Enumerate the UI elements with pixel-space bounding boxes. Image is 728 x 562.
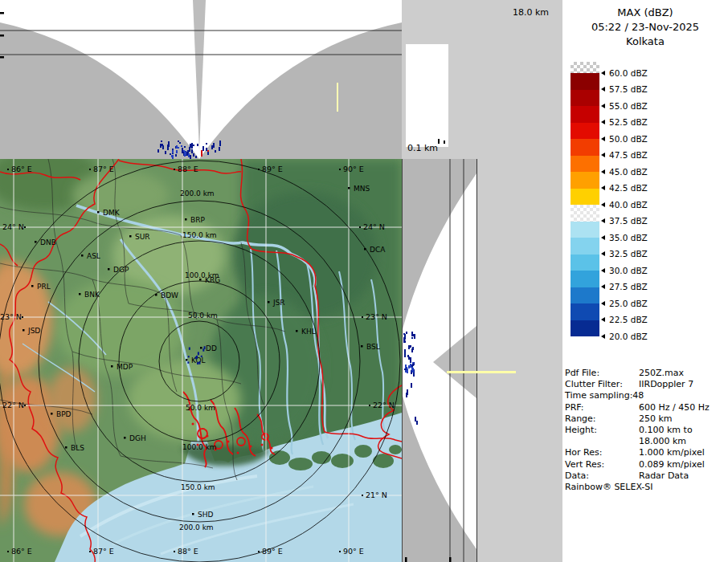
city-marker bbox=[35, 241, 37, 243]
legend-label: 42.5 dBZ bbox=[609, 183, 648, 193]
info-row: Range:250 km bbox=[565, 413, 726, 425]
legend-tick-icon bbox=[601, 218, 605, 223]
max-height-marker bbox=[337, 83, 338, 112]
lon-label: 87° E bbox=[93, 165, 114, 173]
city-label: MNS bbox=[354, 185, 370, 193]
radar-echo bbox=[219, 140, 221, 146]
station-name: Kolkata bbox=[562, 35, 728, 49]
radar-echo bbox=[411, 337, 413, 340]
info-label: Hor Res: bbox=[565, 447, 602, 458]
info-value: 0.100 km to bbox=[639, 425, 693, 435]
grid-tick bbox=[362, 495, 363, 496]
city-label: BRP bbox=[190, 216, 205, 224]
grid-tick bbox=[7, 551, 9, 552]
grid-tick bbox=[89, 169, 91, 170]
lon-label: 87° E bbox=[93, 547, 114, 556]
info-value: Radar Data bbox=[639, 470, 689, 481]
info-value: 600 Hz / 450 Hz bbox=[639, 402, 710, 413]
city-marker bbox=[81, 255, 84, 257]
city-marker bbox=[296, 330, 298, 332]
radar-echo bbox=[196, 356, 198, 358]
radar-echo bbox=[189, 147, 190, 152]
radar-echo bbox=[403, 333, 405, 335]
city-label: BLS bbox=[71, 444, 84, 452]
lon-label: 88° E bbox=[178, 165, 198, 173]
info-value: 250Z.max bbox=[639, 368, 684, 378]
radar-echo bbox=[175, 154, 177, 157]
radar-echo bbox=[404, 352, 406, 356]
legend-color-band bbox=[571, 189, 599, 206]
map-graphic: MNSDMKBRPSURDNBASLDGPKRGPRLBNKBDWJSRDCAK… bbox=[0, 159, 402, 562]
radar-echo bbox=[198, 352, 199, 355]
legend-color-band bbox=[571, 172, 599, 189]
radar-echo bbox=[407, 369, 408, 373]
info-label: Range: bbox=[565, 413, 596, 424]
city-marker bbox=[108, 268, 110, 271]
radar-echo bbox=[181, 145, 182, 147]
echo-height-indicator bbox=[447, 371, 516, 373]
info-label: Vert Res: bbox=[565, 459, 604, 470]
radar-echo bbox=[165, 151, 166, 155]
legend-label: 50.0 dBZ bbox=[609, 134, 648, 144]
legend-label: 57.5 dBZ bbox=[609, 84, 648, 94]
city-label: BSL bbox=[366, 343, 380, 351]
range-ring-label: 150.0 km bbox=[181, 483, 215, 491]
lat-label: 24° N bbox=[2, 222, 24, 231]
legend-tick-icon bbox=[601, 153, 605, 157]
city-marker bbox=[361, 345, 363, 348]
radar-echo bbox=[189, 348, 190, 350]
legend-tick-icon bbox=[601, 185, 605, 190]
radar-echo bbox=[170, 153, 171, 155]
legend-label: 40.0 dBZ bbox=[609, 200, 648, 210]
side-column: 18.0 km 0.1 km bbox=[402, 0, 562, 562]
legend-tick-icon bbox=[601, 251, 605, 256]
legend-color-band bbox=[571, 303, 599, 320]
lat-label: 22° N bbox=[373, 401, 395, 409]
city-label: JSD bbox=[27, 327, 40, 335]
legend-color-band bbox=[571, 106, 599, 123]
lon-label: 86° E bbox=[11, 165, 32, 173]
city-marker bbox=[97, 211, 100, 214]
legend-color-band bbox=[571, 90, 599, 107]
lon-label: 86° E bbox=[11, 547, 32, 556]
radar-map: MNSDMKBRPSURDNBASLDGPKRGPRLBNKBDWJSRDCAK… bbox=[0, 159, 402, 562]
radar-echo bbox=[215, 150, 216, 153]
info-value: 18.000 km bbox=[639, 436, 686, 446]
city-label: KHL bbox=[301, 328, 316, 336]
city-label: DNB bbox=[40, 238, 56, 246]
legend-tick-icon bbox=[601, 104, 605, 108]
info-value: 250 km bbox=[639, 413, 673, 424]
radar-echo bbox=[206, 143, 207, 145]
scale-tick bbox=[438, 139, 440, 144]
city-label: BDW bbox=[161, 291, 178, 299]
legend-tick-icon bbox=[601, 136, 605, 141]
scan-datetime: 05:22 / 23-Nov-2025 bbox=[562, 20, 728, 35]
radar-echo bbox=[171, 155, 173, 158]
city-label: BNK bbox=[84, 291, 100, 299]
legend-tick-icon bbox=[601, 202, 605, 207]
grid-tick bbox=[362, 316, 363, 318]
legend-label: 32.5 dBZ bbox=[609, 249, 648, 259]
radar-echo bbox=[176, 150, 178, 153]
legend-color-band bbox=[571, 123, 599, 140]
city-label: BPD bbox=[56, 410, 72, 418]
legend-color-band bbox=[571, 205, 599, 222]
grid-tick bbox=[89, 551, 91, 552]
radar-echo bbox=[179, 142, 181, 144]
legend-color-band bbox=[571, 62, 599, 73]
city-marker bbox=[129, 235, 132, 238]
info-label: Time sampling:48 bbox=[565, 390, 644, 401]
city-label: JSR bbox=[272, 299, 285, 307]
radar-echo bbox=[198, 361, 200, 364]
city-marker bbox=[51, 413, 53, 415]
radar-echo bbox=[406, 332, 407, 334]
range-ring-label: 50.0 km bbox=[186, 404, 215, 412]
info-label: PRF: bbox=[565, 402, 583, 413]
radar-echo bbox=[412, 368, 414, 373]
legend-color-band bbox=[571, 222, 599, 238]
range-ring-label: 100.0 km bbox=[185, 271, 219, 279]
radar-echo bbox=[188, 356, 190, 357]
product-title: MAX (dBZ) bbox=[562, 6, 728, 20]
legend-label: 35.0 dBZ bbox=[609, 233, 648, 242]
scale-tick bbox=[444, 140, 445, 144]
